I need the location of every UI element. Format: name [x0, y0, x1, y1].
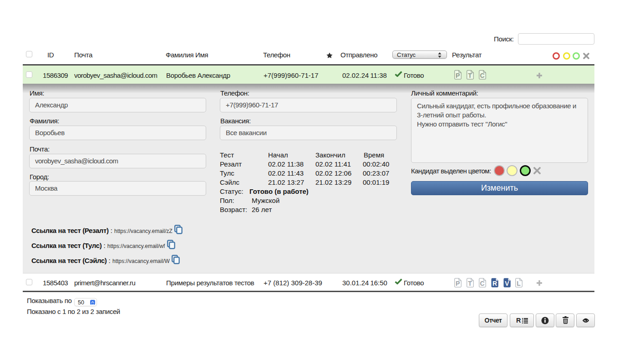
svg-text:P: P — [456, 280, 460, 287]
svg-text:R: R — [492, 280, 497, 287]
svg-text:C: C — [480, 72, 485, 79]
svg-text:V: V — [505, 280, 509, 287]
svg-text:P: P — [456, 72, 460, 79]
svg-text:T: T — [468, 72, 472, 79]
svg-text:L: L — [517, 280, 521, 287]
svg-text:T: T — [468, 280, 472, 287]
svg-text:C: C — [480, 280, 485, 287]
